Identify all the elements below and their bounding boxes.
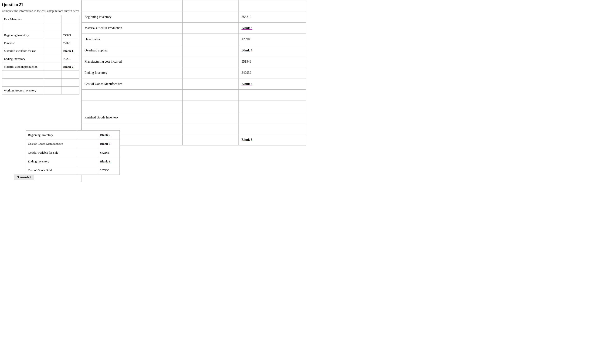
table-row: Cost of Godds Manufactured Blank 5 — [82, 78, 306, 90]
page-container: Question 21 Complete the information in … — [0, 0, 306, 182]
screenshot-button[interactable]: Screenshot — [14, 175, 34, 180]
table-row — [2, 23, 80, 31]
table-row: Direct labor 125900 — [82, 34, 306, 45]
table-row: Ending Inventory Blank 8 — [26, 157, 120, 166]
bottom-overlay-table: Beginning Inventory Blank 6 Cost of Good… — [26, 130, 120, 175]
question-subtitle: Complete the information in the cost com… — [2, 9, 80, 13]
table-row: Beginning Inventory Blank 6 — [26, 130, 120, 139]
table-row — [2, 71, 80, 79]
table-row: Beginning inventory 74323 — [2, 31, 80, 39]
table-row: Finished Goods Inventory — [82, 112, 306, 123]
table-row — [82, 101, 306, 112]
blank-4[interactable]: Blank 4 — [239, 45, 306, 56]
question-title: Question 21 — [2, 2, 80, 7]
table-row: Overhead applied Blank 4 — [82, 45, 306, 56]
blank-1[interactable]: Blank 1 — [61, 47, 79, 55]
table-row: Beginning inventory 253210 — [82, 11, 306, 23]
table-row: Cost of Goods Sold 287930 — [26, 166, 120, 175]
raw-materials-header: Raw Materials — [2, 15, 44, 23]
table-row: Purchase 77321 — [2, 39, 80, 47]
blank-8[interactable]: Blank 8 — [98, 157, 120, 166]
table-row — [82, 0, 306, 11]
table-row: Goods Available for Sale 642165 — [26, 148, 120, 157]
blank-5[interactable]: Blank 5 — [239, 78, 306, 90]
table-row: Work in Process Inventory — [2, 87, 80, 94]
table-row: Ending Inventory 242932 — [82, 67, 306, 78]
left-cost-table: Raw Materials Beginning inventory 74323 … — [2, 15, 80, 94]
table-row: Cost of Goods Manufactured Blank 7 — [26, 139, 120, 148]
blank-6-bottom[interactable]: Blank 6 — [98, 130, 120, 139]
table-row: Ending Inventory 73231 — [2, 55, 80, 63]
blank-7[interactable]: Blank 7 — [98, 139, 120, 148]
table-row — [82, 90, 306, 101]
table-row: Materials available for use Blank 1 — [2, 47, 80, 55]
table-row: Material used in production Blank 2 — [2, 63, 80, 71]
table-row — [2, 79, 80, 87]
table-row: Raw Materials — [2, 15, 80, 23]
right-cost-table: Beginning inventory 253210 Materials use… — [81, 0, 306, 145]
blank-6-top[interactable]: Blank 6 — [239, 134, 306, 145]
blank-3[interactable]: Blank 3 — [239, 23, 306, 34]
table-row: Manufacturing cost incurred 551948 — [82, 56, 306, 67]
blank-2[interactable]: Blank 2 — [61, 63, 79, 71]
table-row: Materials used in Production Blank 3 — [82, 23, 306, 34]
